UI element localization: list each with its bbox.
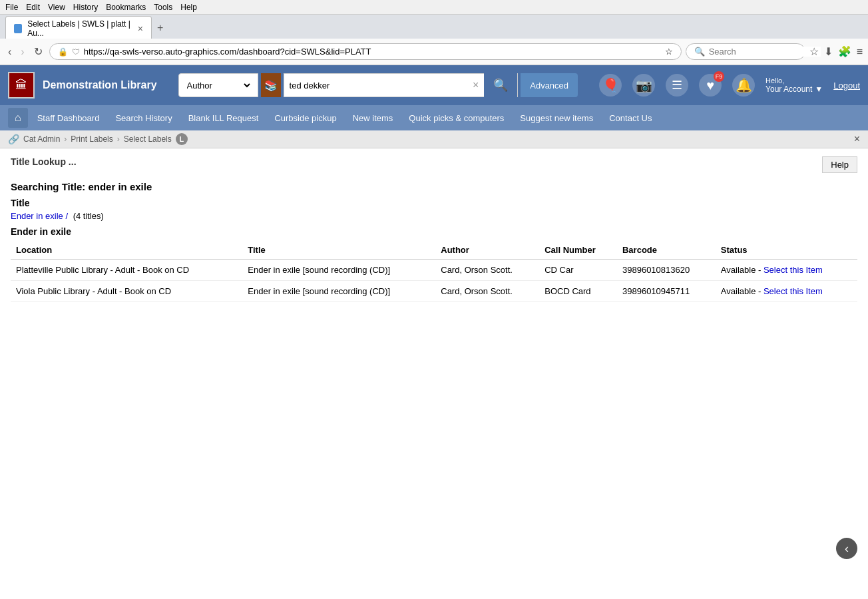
security-icon: 🔒 bbox=[58, 47, 68, 57]
cell-author-0: Card, Orson Scott. bbox=[435, 260, 539, 281]
cell-title-1: Ender in exile [sound recording (CD)] bbox=[242, 281, 435, 302]
suggest-new-items-link[interactable]: Suggest new items bbox=[513, 108, 600, 128]
extension-icon[interactable]: 🧩 bbox=[838, 45, 851, 58]
title-link-row: Ender in exile / (4 titles) bbox=[11, 211, 857, 221]
url-input[interactable] bbox=[84, 47, 661, 57]
account-chevron-icon: ▼ bbox=[815, 85, 823, 94]
browser-search-bar[interactable]: 🔍 bbox=[686, 43, 805, 60]
refresh-button[interactable]: ↻ bbox=[31, 43, 45, 61]
search-type-select[interactable]: Author Title Subject Keyword bbox=[178, 73, 258, 97]
account-section[interactable]: Hello, Your Account ▼ bbox=[765, 77, 823, 94]
balloon-icon: 🎈 bbox=[599, 74, 622, 97]
list-icon-item[interactable]: ☰ bbox=[666, 74, 688, 97]
library-logo: 🏛 bbox=[8, 72, 35, 99]
download-icon[interactable]: ⬇ bbox=[824, 45, 833, 58]
new-items-link[interactable]: New items bbox=[346, 108, 400, 128]
back-button[interactable]: ‹ bbox=[5, 43, 14, 61]
bell-icon-item[interactable]: 🔔 bbox=[732, 74, 755, 97]
nav-icons: 🎈 📷 ☰ ♥ F9 🔔 bbox=[599, 74, 860, 97]
library-name: Demonstration Library bbox=[43, 79, 157, 91]
select-item-link-0[interactable]: Select this Item bbox=[763, 265, 823, 275]
browser-search-input[interactable] bbox=[709, 47, 821, 57]
section-name: Ender in exile bbox=[11, 226, 857, 237]
breadcrumb: 🔗 Cat Admin › Print Labels › Select Labe… bbox=[0, 130, 868, 148]
home-button[interactable]: ⌂ bbox=[8, 108, 28, 128]
scroll-back-button[interactable]: ‹ bbox=[836, 538, 857, 559]
select-item-link-1[interactable]: Select this Item bbox=[763, 286, 823, 296]
help-button[interactable]: Help bbox=[822, 156, 857, 173]
breadcrumb-select-labels[interactable]: Select Labels bbox=[124, 134, 172, 144]
account-label: Your Account bbox=[765, 85, 812, 94]
curbside-pickup-link[interactable]: Curbside pickup bbox=[268, 108, 343, 128]
cell-status-1: Available - Select this Item bbox=[716, 281, 857, 302]
cell-status-0: Available - Select this Item bbox=[716, 260, 857, 281]
tab-label: Select Labels | SWLS | platt | Au... bbox=[27, 19, 132, 38]
staff-dashboard-link[interactable]: Staff Dashboard bbox=[31, 108, 107, 128]
search-type-dropdown[interactable]: Author Title Subject Keyword bbox=[184, 80, 252, 91]
searching-title: Searching Title: ender in exile bbox=[11, 181, 857, 192]
search-input-wrap: × 🔍 bbox=[284, 73, 519, 97]
menu-tools[interactable]: Tools bbox=[154, 3, 172, 12]
cell-call-number-1: BOCD Card bbox=[539, 281, 617, 302]
breadcrumb-sep-2: › bbox=[117, 134, 120, 144]
search-button[interactable]: 🔍 bbox=[484, 73, 517, 97]
breadcrumb-link-icon: 🔗 bbox=[8, 134, 19, 144]
breadcrumb-sep-1: › bbox=[64, 134, 67, 144]
col-header-call-number: Call Number bbox=[539, 241, 617, 260]
breadcrumb-print-labels[interactable]: Print Labels bbox=[71, 134, 112, 144]
quick-picks-link[interactable]: Quick picks & computers bbox=[402, 108, 511, 128]
title-lookup-label: Title Lookup ... bbox=[11, 156, 77, 167]
contact-us-link[interactable]: Contact Us bbox=[602, 108, 658, 128]
search-clear-button[interactable]: × bbox=[467, 79, 484, 91]
hello-text: Hello, bbox=[765, 77, 823, 85]
camera-icon-item[interactable]: 📷 bbox=[632, 74, 655, 97]
heart-icon-item[interactable]: ♥ F9 bbox=[699, 74, 722, 97]
cell-location-0: Platteville Public Library - Adult - Boo… bbox=[11, 260, 242, 281]
table-row: Platteville Public Library - Adult - Boo… bbox=[11, 260, 857, 281]
col-header-title: Title bbox=[242, 241, 435, 260]
menu-history[interactable]: History bbox=[73, 3, 98, 12]
breadcrumb-badge: L bbox=[176, 133, 188, 145]
bookmark-icon[interactable]: ☆ bbox=[809, 45, 819, 58]
url-bar[interactable]: 🔒 🛡 ☆ bbox=[49, 43, 682, 60]
logout-button[interactable]: Logout bbox=[833, 81, 860, 91]
balloon-icon-item[interactable]: 🎈 bbox=[599, 74, 622, 97]
tab-close-button[interactable]: × bbox=[138, 23, 143, 34]
title-section-label: Title bbox=[11, 198, 857, 208]
menu-view[interactable]: View bbox=[48, 3, 65, 12]
menu-file[interactable]: File bbox=[5, 3, 18, 12]
search-input[interactable] bbox=[284, 74, 467, 97]
camera-icon: 📷 bbox=[632, 74, 655, 97]
results-table: Location Title Author Call Number Barcod… bbox=[11, 241, 857, 302]
advanced-button[interactable]: Advanced bbox=[521, 73, 578, 97]
menu-help[interactable]: Help bbox=[180, 3, 197, 12]
breadcrumb-close-button[interactable]: × bbox=[854, 133, 860, 145]
new-tab-button[interactable]: + bbox=[152, 19, 168, 37]
title-link[interactable]: Ender in exile / bbox=[11, 211, 68, 221]
shield-icon: 🛡 bbox=[72, 47, 80, 57]
title-count: (4 titles) bbox=[73, 211, 104, 221]
blank-ill-request-link[interactable]: Blank ILL Request bbox=[182, 108, 266, 128]
cell-title-0: Ender in exile [sound recording (CD)] bbox=[242, 260, 435, 281]
col-header-location: Location bbox=[11, 241, 242, 260]
breadcrumb-cat-admin[interactable]: Cat Admin bbox=[23, 134, 60, 144]
format-icon: 📚 bbox=[261, 73, 281, 97]
menu-bookmarks[interactable]: Bookmarks bbox=[106, 3, 146, 12]
f9-badge: F9 bbox=[714, 71, 724, 82]
col-header-author: Author bbox=[435, 241, 539, 260]
search-icon: 🔍 bbox=[694, 47, 705, 57]
menu-icon[interactable]: ≡ bbox=[857, 46, 863, 58]
search-history-link[interactable]: Search History bbox=[108, 108, 178, 128]
forward-button[interactable]: › bbox=[18, 43, 27, 61]
browser-tab[interactable]: Select Labels | SWLS | platt | Au... × bbox=[5, 16, 152, 41]
list-icon: ☰ bbox=[666, 74, 688, 97]
tab-favicon bbox=[14, 24, 22, 33]
cell-call-number-0: CD Car bbox=[539, 260, 617, 281]
star-icon[interactable]: ☆ bbox=[665, 47, 673, 57]
main-content: Title Lookup ... Help Searching Title: e… bbox=[0, 148, 868, 599]
table-row: Viola Public Library - Adult - Book on C… bbox=[11, 281, 857, 302]
title-lookup-header: Title Lookup ... Help bbox=[11, 156, 857, 173]
menu-edit[interactable]: Edit bbox=[26, 3, 40, 12]
col-header-barcode: Barcode bbox=[617, 241, 716, 260]
cell-location-1: Viola Public Library - Adult - Book on C… bbox=[11, 281, 242, 302]
